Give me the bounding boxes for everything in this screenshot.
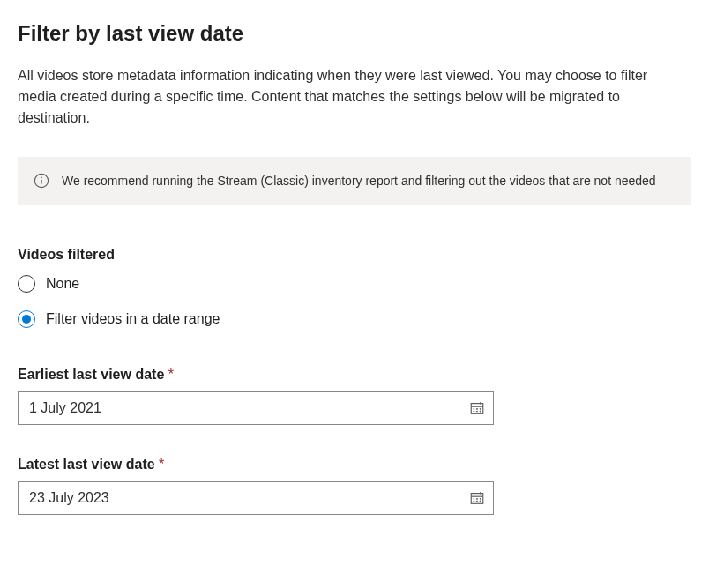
radio-dot-icon [22,315,31,324]
page-description: All videos store metadata information in… [18,65,688,129]
radio-label-none: None [46,276,79,292]
svg-point-2 [41,177,42,179]
earliest-date-field: Earliest last view date * [18,367,691,425]
latest-date-label-text: Latest last view date [18,457,155,472]
radio-option-none[interactable]: None [18,275,691,293]
latest-date-input-wrap [18,481,494,515]
required-mark: * [159,457,164,472]
latest-date-field: Latest last view date * [18,457,691,515]
earliest-date-label-text: Earliest last view date [18,367,164,382]
info-icon [34,173,49,189]
earliest-date-input[interactable] [18,391,494,425]
radio-label-date-range: Filter videos in a date range [46,311,220,327]
filter-radio-group: None Filter videos in a date range [18,275,691,328]
radio-option-date-range[interactable]: Filter videos in a date range [18,310,691,328]
required-mark: * [168,367,174,382]
earliest-date-input-wrap [18,391,494,425]
radio-circle-icon [18,275,35,293]
page-title: Filter by last view date [18,21,691,46]
latest-date-label: Latest last view date * [18,457,691,473]
radio-circle-selected-icon [18,310,35,328]
info-banner: We recommend running the Stream (Classic… [18,157,691,205]
videos-filtered-label: Videos filtered [18,247,691,263]
info-banner-text: We recommend running the Stream (Classic… [62,171,656,190]
latest-date-input[interactable] [18,481,494,515]
earliest-date-label: Earliest last view date * [18,367,691,383]
